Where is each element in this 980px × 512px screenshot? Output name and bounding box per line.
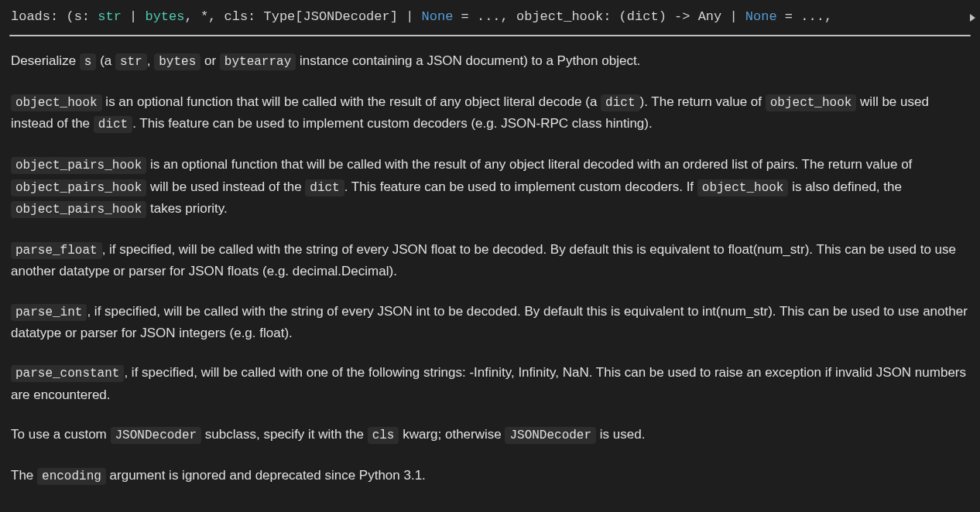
doc-paragraph-object-pairs-hook: object_pairs_hook is an optional functio… <box>11 154 969 220</box>
code-s: s <box>80 53 97 70</box>
sig-none-2: None <box>745 9 777 24</box>
doc-paragraph-parse-constant: parse_constant, if specified, will be ca… <box>11 362 969 405</box>
doc-paragraph-custom-decoder: To use a custom JSONDecoder subclass, sp… <box>11 424 969 446</box>
text: The <box>11 468 37 483</box>
sig-oh-out: Any <box>698 9 722 24</box>
sig-ellipsis-1: ... <box>477 9 501 24</box>
text: . This feature can be used to implement … <box>344 179 697 194</box>
sig-param-oh: object_hook <box>516 9 603 24</box>
doc-paragraph-deserialize: Deserialize s (a str, bytes or bytearray… <box>11 50 969 73</box>
text: . This feature can be used to implement … <box>132 116 652 131</box>
sig-oh-in: dict <box>627 9 659 24</box>
code-object-pairs-hook: object_pairs_hook <box>11 179 146 196</box>
code-object-hook: object_hook <box>11 94 102 111</box>
sig-func-name: loads <box>11 9 50 24</box>
text: To use a custom <box>11 427 111 442</box>
text: , <box>147 53 154 68</box>
text: , if specified, will be called with the … <box>11 304 968 341</box>
text: ). The return value of <box>640 94 766 109</box>
sig-param-s: s <box>74 9 82 24</box>
sig-star: * <box>200 9 208 24</box>
code-bytearray: bytearray <box>220 53 296 70</box>
text: (a <box>96 53 115 68</box>
text: is also defined, the <box>788 179 901 194</box>
text: subclass, specify it with the <box>201 427 367 442</box>
code-parse-constant: parse_constant <box>11 365 124 382</box>
text: argument is ignored and deprecated since… <box>106 468 426 483</box>
code-object-hook: object_hook <box>766 94 857 111</box>
text: will be used instead of the <box>146 179 305 194</box>
doc-paragraph-encoding: The encoding argument is ignored and dep… <box>11 465 969 487</box>
text: takes priority. <box>146 201 228 216</box>
code-dict: dict <box>94 116 132 133</box>
code-parse-float: parse_float <box>11 242 102 259</box>
code-str: str <box>115 53 147 70</box>
sig-cls-type: Type[JSONDecoder] <box>264 9 398 24</box>
doc-paragraph-parse-int: parse_int, if specified, will be called … <box>11 301 969 344</box>
text: is used. <box>596 427 645 442</box>
code-parse-int: parse_int <box>11 304 87 321</box>
documentation-body: Deserialize s (a str, bytes or bytearray… <box>0 50 980 486</box>
sig-none-1: None <box>422 9 454 24</box>
code-bytes: bytes <box>154 53 200 70</box>
separator-line <box>9 35 971 36</box>
text: is an optional function that will be cal… <box>146 157 912 172</box>
sig-ellipsis-2: ... <box>800 9 824 24</box>
code-encoding: encoding <box>37 468 106 485</box>
code-object-hook: object_hook <box>697 179 789 196</box>
function-signature: loads: (s: str | bytes, *, cls: Type[JSO… <box>0 0 980 35</box>
sig-type-bytes: bytes <box>145 9 184 24</box>
doc-paragraph-object-hook: object_hook is an optional function that… <box>11 91 969 135</box>
code-dict: dict <box>305 179 344 196</box>
code-jsondecoder: JSONDecoder <box>111 427 202 444</box>
text: is an optional function that will be cal… <box>102 94 601 109</box>
sig-param-cls: cls <box>224 9 248 24</box>
code-object-pairs-hook: object_pairs_hook <box>11 201 146 218</box>
doc-paragraph-parse-float: parse_float, if specified, will be calle… <box>11 239 969 282</box>
text: , if specified, will be called with one … <box>11 365 966 402</box>
text: Deserialize <box>11 53 80 68</box>
sig-type-str: str <box>98 9 122 24</box>
code-cls: cls <box>368 427 399 444</box>
text: or <box>200 53 220 68</box>
text: instance containing a JSON document) to … <box>296 53 640 68</box>
text: , if specified, will be called with the … <box>11 242 956 279</box>
code-object-pairs-hook: object_pairs_hook <box>11 157 146 174</box>
code-jsondecoder: JSONDecoder <box>505 427 596 444</box>
code-dict: dict <box>601 94 639 111</box>
text: kwarg; otherwise <box>399 427 505 442</box>
